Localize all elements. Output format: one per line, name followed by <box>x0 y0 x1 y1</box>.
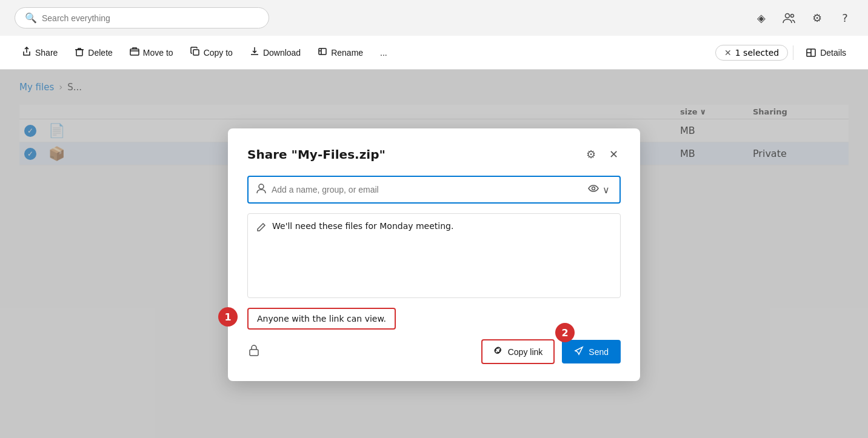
message-area[interactable]: We'll need these files for Monday meetin… <box>247 213 621 298</box>
search-icon: 🔍 <box>25 12 37 24</box>
send-icon <box>574 346 584 357</box>
rename-button[interactable]: Rename <box>310 43 370 62</box>
delete-icon <box>75 47 84 59</box>
share-dialog: 1 2 Share "My-Files.zip" ⚙ ✕ <box>228 128 640 381</box>
download-label: Download <box>263 48 301 58</box>
svg-point-8 <box>592 187 595 190</box>
dialog-header: Share "My-Files.zip" ⚙ ✕ <box>247 145 621 164</box>
delete-button[interactable]: Delete <box>67 43 119 62</box>
share-button[interactable]: Share <box>15 43 65 62</box>
settings-icon[interactable]: ⚙ <box>809 10 826 27</box>
delete-label: Delete <box>88 48 112 58</box>
lock-icon <box>247 343 261 360</box>
download-icon <box>250 47 259 59</box>
top-bar: 🔍 ◈ ⚙ ? <box>0 0 868 36</box>
toolbar: Share Delete Move to Copy to <box>0 36 868 70</box>
main-area: My files › S... size ∨ Sharing ✓ 📄 MB ✓ … <box>0 70 868 438</box>
rename-label: Rename <box>331 48 363 58</box>
copy-to-button[interactable]: Copy to <box>183 43 240 62</box>
copy-to-label: Copy to <box>204 48 233 58</box>
share-label: Share <box>35 48 58 58</box>
action-row: Copy link Send <box>247 339 621 364</box>
person-icon <box>256 183 267 196</box>
dialog-close-button[interactable]: ✕ <box>607 145 621 164</box>
svg-rect-3 <box>130 49 139 55</box>
edit-message-icon <box>256 222 266 234</box>
copy-link-label: Copy link <box>508 347 543 357</box>
share-input[interactable] <box>272 185 581 194</box>
svg-point-0 <box>786 13 790 18</box>
toolbar-separator <box>793 45 793 60</box>
share-input-row[interactable]: ∨ <box>247 176 621 204</box>
help-icon[interactable]: ? <box>836 10 853 27</box>
share-icon <box>22 47 32 59</box>
copy-icon <box>190 47 200 59</box>
send-button[interactable]: Send <box>562 340 621 363</box>
permission-button[interactable]: ∨ <box>586 182 612 197</box>
download-button[interactable]: Download <box>242 43 308 62</box>
svg-point-7 <box>259 184 264 189</box>
rename-icon <box>318 47 327 59</box>
more-label: ... <box>380 48 387 58</box>
move-icon <box>130 47 139 59</box>
copy-link-button[interactable]: Copy link <box>481 339 555 364</box>
svg-point-1 <box>791 14 794 17</box>
dialog-title: Share "My-Files.zip" <box>247 147 386 162</box>
dialog-settings-button[interactable]: ⚙ <box>584 145 598 164</box>
details-label: Details <box>820 48 846 58</box>
svg-rect-2 <box>76 50 82 56</box>
annotation-2: 2 <box>555 323 575 342</box>
more-button[interactable]: ... <box>373 44 395 61</box>
copy-link-icon <box>493 346 503 357</box>
search-input[interactable] <box>42 13 259 23</box>
overlay: 1 2 Share "My-Files.zip" ⚙ ✕ <box>0 70 868 438</box>
link-permission-text: Anyone with the link can view. <box>257 314 386 324</box>
people-icon[interactable] <box>781 10 798 27</box>
move-to-label: Move to <box>143 48 173 58</box>
eye-icon <box>588 183 599 196</box>
svg-rect-9 <box>250 350 258 356</box>
details-button[interactable]: Details <box>798 44 853 62</box>
svg-rect-5 <box>319 48 326 55</box>
move-to-button[interactable]: Move to <box>122 43 181 62</box>
deselect-icon: ✕ <box>724 48 732 58</box>
permission-chevron: ∨ <box>603 184 610 196</box>
selected-badge[interactable]: ✕ 1 selected <box>715 45 788 61</box>
selected-label: 1 selected <box>735 48 779 58</box>
message-text: We'll need these files for Monday meetin… <box>272 221 453 231</box>
link-permission-box[interactable]: Anyone with the link can view. <box>247 308 396 330</box>
top-icons: ◈ ⚙ ? <box>753 10 853 27</box>
annotation-1: 1 <box>218 307 238 327</box>
diamond-icon[interactable]: ◈ <box>753 10 770 27</box>
send-label: Send <box>589 347 609 357</box>
dialog-header-icons: ⚙ ✕ <box>584 145 621 164</box>
search-box[interactable]: 🔍 <box>15 7 269 28</box>
svg-rect-4 <box>193 50 199 55</box>
